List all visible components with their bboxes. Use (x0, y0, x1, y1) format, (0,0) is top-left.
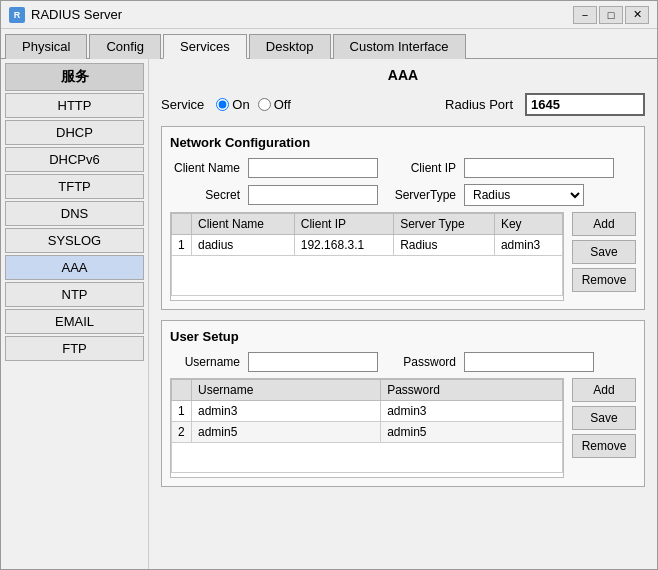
user-table: Username Password 1 admin3 admin3 (171, 379, 563, 473)
user-row-1-index: 1 (172, 401, 192, 422)
col-client-ip: Client IP (294, 214, 393, 235)
sidebar-item-ntp[interactable]: NTP (5, 282, 144, 307)
username-input[interactable] (248, 352, 378, 372)
sidebar-item-dhcpv6[interactable]: DHCPv6 (5, 147, 144, 172)
radius-port-label: Radius Port (445, 97, 513, 112)
user-setup-title: User Setup (170, 329, 636, 344)
sidebar: 服务 HTTP DHCP DHCPv6 TFTP DNS SYSLOG AAA … (1, 59, 149, 569)
user-col-index (172, 380, 192, 401)
network-add-button[interactable]: Add (572, 212, 636, 236)
network-save-button[interactable]: Save (572, 240, 636, 264)
network-table: Client Name Client IP Server Type Key 1 … (171, 213, 563, 296)
close-button[interactable]: ✕ (625, 6, 649, 24)
tab-bar: Physical Config Services Desktop Custom … (1, 29, 657, 59)
user-table-row-empty (172, 443, 563, 473)
main-area: 服务 HTTP DHCP DHCPv6 TFTP DNS SYSLOG AAA … (1, 59, 657, 569)
user-table-row[interactable]: 1 admin3 admin3 (172, 401, 563, 422)
user-save-button[interactable]: Save (572, 406, 636, 430)
sidebar-header: 服务 (5, 63, 144, 91)
user-col-password: Password (381, 380, 563, 401)
title-bar-left: R RADIUS Server (9, 7, 122, 23)
network-table-wrap: Client Name Client IP Server Type Key 1 … (170, 212, 564, 301)
client-name-label: Client Name (170, 161, 240, 175)
user-add-button[interactable]: Add (572, 378, 636, 402)
client-name-input[interactable] (248, 158, 378, 178)
col-server-type: Server Type (394, 214, 495, 235)
user-table-buttons: Add Save Remove (572, 378, 636, 478)
section-title: AAA (161, 67, 645, 83)
col-key: Key (494, 214, 562, 235)
sidebar-item-syslog[interactable]: SYSLOG (5, 228, 144, 253)
content-area: AAA Service On Off Radius Port (149, 59, 657, 569)
user-col-username: Username (192, 380, 381, 401)
network-table-section: Client Name Client IP Server Type Key 1 … (170, 212, 636, 301)
radio-off-input[interactable] (258, 98, 271, 111)
tab-custom-interface[interactable]: Custom Interface (333, 34, 466, 59)
radio-on[interactable]: On (216, 97, 249, 112)
user-form-row: Username Password (170, 352, 636, 372)
network-remove-button[interactable]: Remove (572, 268, 636, 292)
username-label: Username (170, 355, 240, 369)
network-form-row-1: Client Name Client IP (170, 158, 636, 178)
service-row: Service On Off Radius Port (161, 93, 645, 116)
user-row-2-index: 2 (172, 422, 192, 443)
secret-label: Secret (170, 188, 240, 202)
row-index: 1 (172, 235, 192, 256)
main-window: R RADIUS Server − □ ✕ Physical Config Se… (0, 0, 658, 570)
network-config-section: Network Configuration Client Name Client… (161, 126, 645, 310)
tab-desktop[interactable]: Desktop (249, 34, 331, 59)
server-type-select[interactable]: Radius TACACS+ (464, 184, 584, 206)
row-client-name: dadius (192, 235, 295, 256)
password-input[interactable] (464, 352, 594, 372)
app-icon: R (9, 7, 25, 23)
table-row[interactable]: 1 dadius 192.168.3.1 Radius admin3 (172, 235, 563, 256)
radio-on-label: On (232, 97, 249, 112)
tab-config[interactable]: Config (89, 34, 161, 59)
maximize-button[interactable]: □ (599, 6, 623, 24)
secret-input[interactable] (248, 185, 378, 205)
service-radio-group: On Off (216, 97, 290, 112)
network-config-title: Network Configuration (170, 135, 636, 150)
table-row-empty (172, 256, 563, 296)
radio-off-label: Off (274, 97, 291, 112)
radio-on-input[interactable] (216, 98, 229, 111)
user-table-wrap: Username Password 1 admin3 admin3 (170, 378, 564, 478)
sidebar-item-aaa[interactable]: AAA (5, 255, 144, 280)
col-index (172, 214, 192, 235)
user-row-2-username: admin5 (192, 422, 381, 443)
user-row-1-username: admin3 (192, 401, 381, 422)
radio-off[interactable]: Off (258, 97, 291, 112)
tab-physical[interactable]: Physical (5, 34, 87, 59)
sidebar-item-tftp[interactable]: TFTP (5, 174, 144, 199)
client-ip-label: Client IP (386, 161, 456, 175)
service-label: Service (161, 97, 204, 112)
password-label: Password (386, 355, 456, 369)
user-row-1-password: admin3 (381, 401, 563, 422)
user-setup-section: User Setup Username Password (161, 320, 645, 487)
sidebar-item-dns[interactable]: DNS (5, 201, 144, 226)
svg-text:R: R (14, 10, 21, 20)
user-row-2-password: admin5 (381, 422, 563, 443)
sidebar-item-ftp[interactable]: FTP (5, 336, 144, 361)
title-bar: R RADIUS Server − □ ✕ (1, 1, 657, 29)
sidebar-item-dhcp[interactable]: DHCP (5, 120, 144, 145)
radius-port-input[interactable] (525, 93, 645, 116)
client-ip-input[interactable] (464, 158, 614, 178)
tab-services[interactable]: Services (163, 34, 247, 59)
sidebar-item-http[interactable]: HTTP (5, 93, 144, 118)
user-table-row[interactable]: 2 admin5 admin5 (172, 422, 563, 443)
col-client-name: Client Name (192, 214, 295, 235)
window-controls: − □ ✕ (573, 6, 649, 24)
row-server-type: Radius (394, 235, 495, 256)
minimize-button[interactable]: − (573, 6, 597, 24)
server-type-label: ServerType (386, 188, 456, 202)
row-client-ip: 192.168.3.1 (294, 235, 393, 256)
row-key: admin3 (494, 235, 562, 256)
user-table-section: Username Password 1 admin3 admin3 (170, 378, 636, 478)
sidebar-items: HTTP DHCP DHCPv6 TFTP DNS SYSLOG AAA NTP… (5, 93, 144, 565)
sidebar-item-email[interactable]: EMAIL (5, 309, 144, 334)
network-form-row-2: Secret ServerType Radius TACACS+ (170, 184, 636, 206)
user-remove-button[interactable]: Remove (572, 434, 636, 458)
network-table-buttons: Add Save Remove (572, 212, 636, 301)
window-title: RADIUS Server (31, 7, 122, 22)
